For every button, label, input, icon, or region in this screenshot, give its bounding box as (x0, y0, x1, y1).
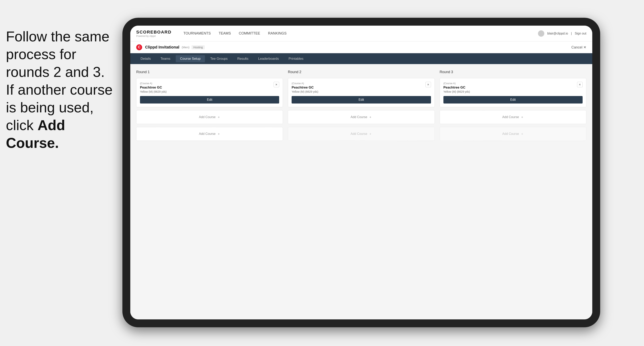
add-course-r3-slot1-label: Add Course (502, 115, 519, 119)
round-3-course-card-1: (Course A) Peachtree GC Yellow (M) (6629… (440, 78, 586, 107)
instruction-line1: Follow the same (6, 29, 109, 44)
add-course-r2-slot2: Add Course ＋ (288, 127, 434, 141)
instruction-line4: If another course (6, 82, 112, 98)
tab-course-setup[interactable]: Course Setup (176, 55, 205, 62)
edit-button-r2[interactable]: Edit (292, 96, 431, 104)
edit-button-r3[interactable]: Edit (444, 96, 582, 104)
rounds-grid: Round 1 (Course A) Peachtree GC Yellow (… (136, 70, 586, 141)
course-card-header-r3: (Course A) Peachtree GC Yellow (M) (6629… (444, 82, 582, 96)
nav-committee[interactable]: COMMITTEE (239, 30, 260, 36)
course-tag-r3: (Course A) (444, 82, 577, 85)
tablet-frame: SCOREBOARD Powered by clippd TOURNAMENTS… (122, 18, 600, 327)
hosting-badge: Hosting (192, 45, 205, 49)
course-card-header-r2: (Course A) Peachtree GC Yellow (M) (6629… (292, 82, 431, 96)
add-course-r1-slot2[interactable]: Add Course ＋ (136, 127, 283, 141)
add-course-r1-slot1[interactable]: Add Course ＋ (136, 110, 283, 124)
nav-right: blair@clippd.io | Sign out (538, 30, 586, 37)
sub-header: C Clippd Invitational (Men) Hosting Canc… (130, 41, 592, 53)
round-3-label: Round 3 (440, 70, 586, 74)
add-course-r1-slot1-icon: ＋ (217, 115, 220, 119)
tab-results[interactable]: Results (233, 55, 253, 62)
course-tag-r1: (Course A) (140, 82, 274, 85)
add-course-r1-slot1-label: Add Course (199, 115, 216, 119)
nav-links: TOURNAMENTS TEAMS COMMITTEE RANKINGS (184, 30, 538, 36)
tablet-screen: SCOREBOARD Powered by clippd TOURNAMENTS… (130, 26, 592, 319)
tab-bar: Details Teams Course Setup Tee Groups Re… (130, 53, 592, 64)
round-3-column: Round 3 (Course A) Peachtree GC Yellow (… (440, 70, 586, 141)
tab-tee-groups[interactable]: Tee Groups (206, 55, 232, 62)
add-course-r2-slot1[interactable]: Add Course ＋ (288, 110, 434, 124)
round-2-column: Round 2 (Course A) Peachtree GC Yellow (… (288, 70, 434, 141)
course-details-r2: Yellow (M) (6629 yds) (292, 90, 425, 93)
round-1-course-card-1: (Course A) Peachtree GC Yellow (M) (6629… (136, 78, 283, 107)
cancel-button[interactable]: Cancel ✕ (571, 45, 586, 49)
add-course-r2-slot2-label: Add Course (351, 132, 368, 136)
powered-by: Powered by clippd (136, 35, 172, 37)
course-delete-r2[interactable]: ✕ (426, 82, 431, 87)
round-2-label: Round 2 (288, 70, 434, 74)
add-course-r1-slot2-label: Add Course (199, 132, 216, 136)
tab-leaderboards[interactable]: Leaderboards (254, 55, 283, 62)
course-tag-r2: (Course A) (292, 82, 425, 85)
main-content: Round 1 (Course A) Peachtree GC Yellow (… (130, 64, 592, 319)
course-details-r3: Yellow (M) (6629 yds) (444, 90, 577, 93)
course-delete-r1[interactable]: ✕ (274, 82, 279, 87)
top-nav: SCOREBOARD Powered by clippd TOURNAMENTS… (130, 26, 592, 41)
add-course-r3-slot2-icon: ＋ (520, 132, 524, 136)
course-card-info-r2: (Course A) Peachtree GC Yellow (M) (6629… (292, 82, 425, 96)
course-card-info-r3: (Course A) Peachtree GC Yellow (M) (6629… (444, 82, 577, 96)
instruction-block: Follow the same process for rounds 2 and… (0, 28, 122, 152)
course-name-r3: Peachtree GC (444, 86, 577, 90)
edit-button-r1[interactable]: Edit (140, 96, 279, 104)
add-course-r3-slot1[interactable]: Add Course ＋ (440, 110, 586, 124)
course-delete-r3[interactable]: ✕ (577, 82, 582, 87)
nav-teams[interactable]: TEAMS (219, 30, 231, 36)
add-course-r3-slot2-label: Add Course (502, 132, 519, 136)
add-course-r2-slot1-label: Add Course (351, 115, 368, 119)
tournament-title: Clippd Invitational (145, 45, 179, 49)
add-course-r3-slot1-icon: ＋ (520, 115, 524, 119)
user-email: blair@clippd.io (547, 32, 568, 35)
tab-details[interactable]: Details (136, 55, 155, 62)
course-name-r1: Peachtree GC (140, 86, 274, 90)
add-course-r3-slot2: Add Course ＋ (440, 127, 586, 141)
instruction-line2: process for (6, 46, 76, 62)
course-name-r2: Peachtree GC (292, 86, 425, 90)
nav-tournaments[interactable]: TOURNAMENTS (184, 30, 211, 36)
user-avatar (538, 30, 544, 37)
sign-out-link[interactable]: Sign out (575, 32, 586, 35)
scoreboard-logo: SCOREBOARD (136, 29, 172, 35)
round-2-course-card-1: (Course A) Peachtree GC Yellow (M) (6629… (288, 78, 434, 107)
tab-teams[interactable]: Teams (156, 55, 175, 62)
round-1-column: Round 1 (Course A) Peachtree GC Yellow (… (136, 70, 283, 141)
tournament-badge: (Men) (182, 45, 189, 49)
instruction-line3: rounds 2 and 3. (6, 64, 105, 80)
nav-rankings[interactable]: RANKINGS (268, 30, 287, 36)
instruction-line6-prefix: click (6, 117, 38, 133)
course-card-info: (Course A) Peachtree GC Yellow (M) (6629… (140, 82, 274, 96)
separator: | (571, 32, 572, 35)
app-logo: C (136, 44, 142, 50)
round-1-label: Round 1 (136, 70, 283, 74)
course-details-r1: Yellow (M) (6629 yds) (140, 90, 274, 93)
add-course-r2-slot2-icon: ＋ (369, 132, 372, 136)
add-course-r1-slot2-icon: ＋ (217, 132, 220, 136)
logo-area: SCOREBOARD Powered by clippd (136, 29, 172, 37)
course-card-header: (Course A) Peachtree GC Yellow (M) (6629… (140, 82, 279, 96)
instruction-line5: is being used, (6, 100, 94, 115)
add-course-r2-slot1-icon: ＋ (369, 115, 372, 119)
tab-printables[interactable]: Printables (284, 55, 308, 62)
